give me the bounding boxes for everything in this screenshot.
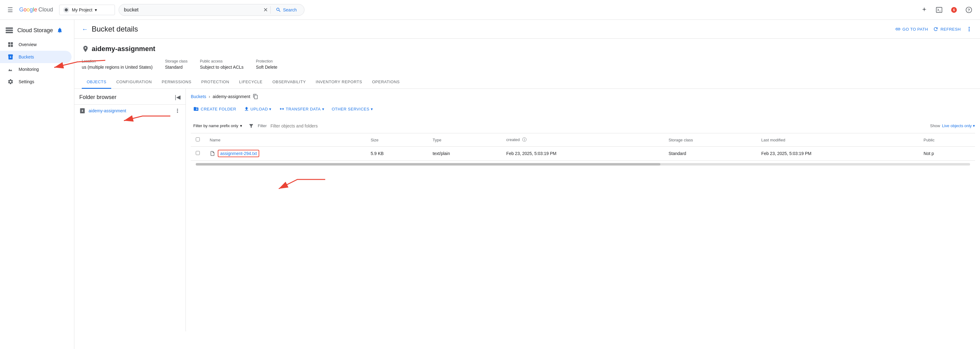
folder-item-left: aidemy-assignment [79,108,126,114]
content-area: ← Bucket details GO TO PATH REFRESH [74,20,980,349]
filter-name-prefix-label: Filter by name prefix only [193,124,238,128]
tab-protection[interactable]: PROTECTION [196,76,234,89]
main-layout: Cloud Storage Overview Buckets Monitorin… [0,20,980,349]
row-created-cell: Feb 23, 2025, 5:03:19 PM [501,147,664,160]
meta-location-value: us (multiple regions in United States) [82,65,153,70]
copy-icon[interactable] [253,94,258,99]
table-header-public: Public [919,133,975,147]
svg-rect-1 [936,7,942,13]
page-title: Bucket details [92,25,138,33]
nav-icons: 6 ? [918,4,975,16]
help-icon: ? [966,6,972,13]
meta-public-label: Public access [200,59,243,63]
help-icon-btn[interactable]: ? [963,4,975,16]
search-button[interactable]: Search [273,7,299,13]
bucket-name-row: aidemy-assignment [82,45,972,53]
create-folder-btn[interactable]: CREATE FOLDER [191,104,239,114]
tab-configuration[interactable]: CONFIGURATION [111,76,157,89]
folder-name[interactable]: aidemy-assignment [89,108,126,113]
row-public-cell: Not p [919,147,975,160]
file-name-container: assignment-294.txt [210,150,361,157]
meta-public-access: Public access Subject to object ACLs [200,59,243,70]
buckets-icon [8,54,14,60]
breadcrumb-separator: › [209,94,210,99]
live-objects-dropdown[interactable]: Live objects only ▾ [942,124,975,128]
meta-protection-value: Soft Delete [256,65,277,70]
breadcrumb: Buckets › aidemy-assignment [191,94,975,99]
upload-dropdown-icon: ▾ [269,107,272,111]
folder-browser-header: Folder browser |◀ [74,94,186,105]
row-last-modified-cell: Feb 23, 2025, 5:03:19 PM [756,147,919,160]
show-filter: Show Live objects only ▾ [930,124,975,128]
sidebar-label-settings: Settings [19,79,34,84]
svg-rect-8 [6,32,13,33]
live-objects-label: Live objects only [942,124,972,128]
horizontal-scrollbar[interactable] [196,163,970,165]
search-input[interactable] [124,7,261,13]
sidebar-bell-icon[interactable] [57,27,63,33]
other-services-btn[interactable]: OTHER SERVICES ▾ [329,105,375,113]
table-header-last-modified: Last modified [756,133,919,147]
refresh-btn[interactable]: REFRESH [933,26,961,32]
search-label: Search [283,8,297,13]
search-bar: ✕ Search [119,4,304,16]
filter-prefix-chevron-icon: ▾ [240,124,242,128]
menu-icon[interactable]: ☰ [5,4,16,16]
bucket-meta: Location us (multiple regions in United … [82,59,972,70]
folder-menu-icon[interactable] [174,108,181,114]
sidebar-item-monitoring[interactable]: Monitoring [0,63,72,76]
row-checkbox[interactable] [196,151,200,155]
sidebar-item-buckets[interactable]: Buckets [0,51,72,63]
back-button[interactable]: ← [82,26,88,33]
refresh-icon [933,26,939,32]
google-logo-text: Google [19,6,37,13]
row-storage-class-cell: Standard [664,147,756,160]
folder-browser: Folder browser |◀ aidemy-assignment [74,89,186,332]
transfer-data-btn[interactable]: TRANSFER DATA ▾ [277,104,327,114]
sidebar-label-buckets: Buckets [19,54,34,59]
table-header-storage-class: Storage class [664,133,756,147]
created-help-icon[interactable]: ⓘ [522,137,527,142]
tab-lifecycle[interactable]: LIFECYCLE [234,76,267,89]
meta-protection-label: Protection [256,59,277,63]
folder-browser-title: Folder browser [79,94,116,100]
filter-name-prefix-dropdown[interactable]: Filter by name prefix only ▾ [191,122,245,130]
sidebar-item-overview[interactable]: Overview [0,38,72,51]
bucket-info: aidemy-assignment Location us (multiple … [74,39,980,76]
file-browser: Buckets › aidemy-assignment CREATE FOLDE… [186,89,980,332]
project-selector[interactable]: My Project ▾ [59,5,115,15]
spark-icon-btn[interactable] [918,4,931,16]
notifications-btn[interactable]: 6 [948,4,960,16]
filter-label-text: Filter [258,124,267,128]
file-name-link[interactable]: assignment-294.txt [218,150,259,157]
table-header-type: Type [428,133,501,147]
tab-objects[interactable]: OBJECTS [82,76,111,89]
search-clear-icon[interactable]: ✕ [263,6,268,13]
notifications-icon: 6 [951,6,958,13]
go-to-path-btn[interactable]: GO TO PATH [895,26,928,32]
other-services-dropdown-icon: ▾ [371,107,373,111]
breadcrumb-current: aidemy-assignment [213,94,250,99]
upload-btn[interactable]: UPLOAD ▾ [241,104,274,114]
tab-inventory-reports[interactable]: INVENTORY REPORTS [311,76,367,89]
folder-item-bucket[interactable]: aidemy-assignment [74,105,186,117]
tab-permissions[interactable]: PERMISSIONS [157,76,196,89]
sidebar-item-settings[interactable]: Settings [0,76,72,88]
meta-storage-class: Storage class Standard [165,59,188,70]
other-services-label: OTHER SERVICES [332,107,369,111]
table-header-size: Size [366,133,428,147]
table-header-checkbox [191,133,205,147]
svg-text:6: 6 [953,8,955,11]
terminal-icon [936,6,942,13]
select-all-checkbox[interactable] [196,137,200,141]
breadcrumb-buckets[interactable]: Buckets [191,94,206,99]
more-options-icon[interactable] [966,26,972,32]
sidebar-header: Cloud Storage [0,22,74,38]
filter-input[interactable] [270,122,926,130]
collapse-icon[interactable]: |◀ [175,94,181,100]
table-header: Name Size Type created ⓘ Storage class L… [191,133,975,147]
tab-observability[interactable]: OBSERVABILITY [267,76,311,89]
settings-icon [8,79,14,85]
tab-operations[interactable]: OPERATIONS [367,76,404,89]
terminal-icon-btn[interactable] [933,4,945,16]
